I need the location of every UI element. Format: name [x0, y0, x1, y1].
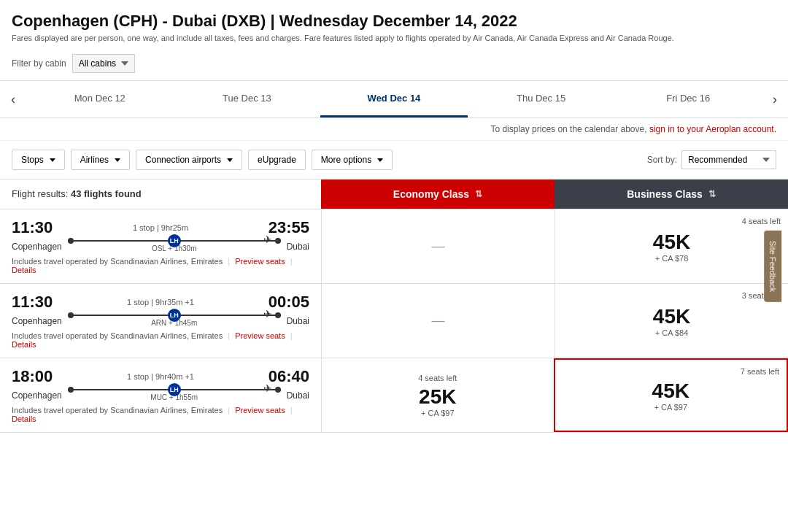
economy-sort-icon[interactable]: ⇅ [475, 189, 482, 199]
route-start-dot [68, 238, 74, 244]
filter-toolbar: Stops Airlines Connection airports eUpgr… [0, 140, 788, 179]
plane-icon: ✈ [263, 234, 272, 245]
stops-filter-button[interactable]: Stops [12, 150, 65, 170]
route-line: Copenhagen LH ✈ ARN + 1h45m Dubai [12, 315, 309, 327]
connection-airports-filter-button[interactable]: Connection airports [136, 150, 242, 170]
economy-points: 25K [419, 385, 456, 409]
to-city: Dubai [287, 316, 309, 326]
date-tab-0[interactable]: Mon Dec 12 [26, 81, 174, 117]
arrive-time: 23:55 [269, 218, 309, 237]
connection-chevron-icon [227, 158, 233, 162]
details-link[interactable]: Details [12, 415, 36, 423]
route-start-dot [68, 387, 74, 393]
route-line-bar: LH ✈ [68, 389, 281, 390]
route-line-visual: LH ✈ ARN + 1h45m [68, 315, 281, 327]
preview-seats-link[interactable]: Preview seats [235, 331, 285, 340]
eupgrade-button[interactable]: eUpgrade [248, 150, 306, 170]
flight-list: 11:30 1 stop | 9hr25m 23:55 Copenhagen L… [0, 209, 788, 433]
date-tab-4[interactable]: Fri Dec 16 [614, 81, 762, 117]
cabin-filter-select[interactable]: All cabins [72, 54, 135, 73]
arrive-time: 00:05 [269, 293, 309, 312]
economy-price-cell: — [321, 284, 555, 358]
date-tab-2[interactable]: Wed Dec 14 [320, 81, 468, 117]
stopover-dot: LH [168, 383, 181, 396]
preview-seats-link[interactable]: Preview seats [235, 257, 285, 266]
results-header: Flight results: 43 flights found Economy… [0, 179, 788, 209]
business-seats-left: 4 seats left [742, 217, 781, 225]
next-date-arrow[interactable]: › [762, 81, 788, 117]
more-options-chevron-icon [377, 158, 383, 162]
preview-seats-link[interactable]: Preview seats [235, 406, 285, 415]
operated-by: Includes travel operated by Scandinavian… [12, 331, 309, 349]
route-start-dot [68, 312, 74, 318]
flight-info: 11:30 1 stop | 9hr35m +1 00:05 Copenhage… [0, 284, 321, 358]
economy-no-price: — [432, 313, 445, 328]
flight-info: 11:30 1 stop | 9hr25m 23:55 Copenhagen L… [0, 209, 321, 283]
stop-info: 1 stop | 9hr25m [133, 223, 188, 232]
business-points: 45K [653, 305, 690, 328]
business-seats-left: 7 seats left [741, 367, 779, 376]
flight-info: 18:00 1 stop | 9hr40m +1 06:40 Copenhage… [0, 358, 321, 432]
stopover-code: LH [170, 386, 179, 393]
airlines-filter-button[interactable]: Airlines [71, 150, 130, 170]
route-line: Copenhagen LH ✈ MUC + 1h55m Dubai [12, 389, 309, 401]
details-link[interactable]: Details [12, 340, 36, 349]
route-line-visual: LH ✈ OSL + 1h30m [68, 240, 281, 252]
from-city: Copenhagen [12, 390, 62, 401]
route-line: Copenhagen LH ✈ OSL + 1h30m Dubai [12, 240, 309, 252]
prev-date-arrow[interactable]: ‹ [0, 81, 26, 117]
stops-chevron-icon [50, 158, 55, 162]
route-line-visual: LH ✈ MUC + 1h55m [68, 389, 281, 401]
fare-disclaimer: Fares displayed are per person, one way,… [12, 34, 776, 42]
airlines-chevron-icon [115, 158, 120, 162]
sort-area: Sort by: Recommended [647, 150, 776, 169]
to-city: Dubai [287, 390, 309, 401]
economy-class-header: Economy Class ⇅ [321, 180, 555, 209]
business-sort-icon[interactable]: ⇅ [708, 189, 716, 199]
business-points: 45K [652, 379, 690, 403]
aeroplan-note: To display prices on the calendar above,… [0, 118, 788, 140]
more-options-button[interactable]: More options [312, 150, 393, 170]
business-tax: + CA $84 [655, 328, 689, 337]
sort-select[interactable]: Recommended [681, 150, 776, 169]
route-end-dot [275, 387, 281, 393]
aeroplan-signin-link[interactable]: sign in to your Aeroplan account. [649, 124, 776, 134]
feedback-tab[interactable]: Site Feedback [764, 230, 781, 301]
business-price-cell[interactable]: 7 seats left 45K + CA $97 [554, 358, 789, 432]
business-tax: + CA $78 [655, 254, 689, 263]
business-tax: + CA $97 [654, 403, 687, 412]
business-price-cell[interactable]: 4 seats left 45K + CA $78 [555, 209, 788, 283]
filter-cabin-label: Filter by cabin [12, 58, 66, 69]
business-class-header: Business Class ⇅ [555, 180, 788, 209]
plane-icon: ✈ [263, 308, 272, 320]
page-title: Copenhagen (CPH) - Dubai (DXB) | Wednesd… [12, 12, 776, 31]
economy-price-cell[interactable]: 4 seats left 25K + CA $97 [321, 358, 554, 432]
flight-row: 11:30 1 stop | 9hr35m +1 00:05 Copenhage… [0, 284, 788, 358]
to-city: Dubai [287, 242, 309, 252]
depart-time: 11:30 [12, 293, 53, 312]
arrive-time: 06:40 [269, 367, 309, 386]
depart-time: 11:30 [12, 218, 53, 237]
date-tab-3[interactable]: Thu Dec 15 [468, 81, 615, 117]
details-link[interactable]: Details [12, 266, 36, 274]
plane-icon: ✈ [263, 382, 272, 394]
from-city: Copenhagen [12, 242, 62, 252]
flight-row: 18:00 1 stop | 9hr40m +1 06:40 Copenhage… [0, 358, 788, 433]
economy-tax: + CA $97 [421, 409, 455, 417]
date-tab-1[interactable]: Tue Dec 13 [174, 81, 321, 117]
business-points: 45K [653, 231, 690, 254]
header: Copenhagen (CPH) - Dubai (DXB) | Wednesd… [0, 0, 788, 209]
route-line-bar: LH ✈ [68, 240, 281, 242]
route-end-dot [275, 238, 281, 244]
stopover-dot: LH [168, 309, 181, 322]
business-price-cell[interactable]: 3 seats left 45K + CA $84 [555, 284, 788, 358]
flight-row: 11:30 1 stop | 9hr25m 23:55 Copenhagen L… [0, 209, 788, 284]
economy-price-cell: — [321, 209, 555, 283]
from-city: Copenhagen [12, 316, 62, 326]
depart-time: 18:00 [12, 367, 53, 386]
route-line-bar: LH ✈ [68, 315, 281, 316]
economy-no-price: — [432, 239, 445, 254]
stop-info: 1 stop | 9hr40m +1 [127, 372, 194, 381]
stopover-code: LH [170, 237, 179, 244]
operated-by: Includes travel operated by Scandinavian… [12, 257, 309, 274]
